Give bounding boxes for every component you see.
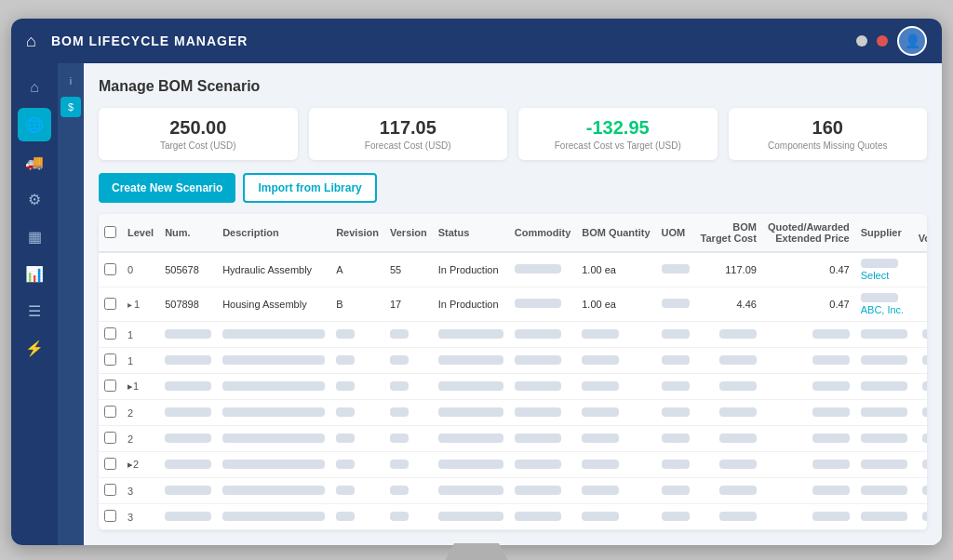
supplier-select-link[interactable]: Select [861,270,890,281]
row-bom-qty [576,348,655,374]
row-peak-volume [913,348,927,374]
row-uom [656,504,695,530]
row-num [159,426,217,452]
supplier-abc-link[interactable]: ABC, Inc. [861,304,904,315]
action-row: Create New Scenario Import from Library [99,173,927,203]
th-commodity: Commodity [509,214,577,252]
row-bom-qty: 1.00 ea [576,287,655,322]
metric-target-cost: 250.00 Target Cost (USD) [99,108,298,160]
avatar[interactable]: 👤 [897,26,927,56]
row-checkbox[interactable] [99,322,122,348]
home-icon[interactable]: ⌂ [26,32,36,51]
row-status [433,478,509,504]
row-num [159,374,217,400]
sidebar-item-home[interactable]: ⌂ [18,71,51,104]
row-checkbox[interactable] [99,426,122,452]
sidebar-item-chart[interactable]: 📊 [18,257,51,290]
row-select-checkbox[interactable] [104,432,116,444]
row-select-checkbox[interactable] [104,458,116,470]
row-supplier-bar: Select [855,252,913,287]
row-quoted-price [762,400,855,426]
row-uom [656,426,695,452]
status-dot-gray [856,35,867,47]
row-num [159,348,217,374]
row-revision [330,452,384,478]
row-level: 3 [122,478,159,504]
row-status: In Production [433,252,509,287]
row-revision: B [330,287,384,322]
table-row: 3 [99,504,927,530]
row-checkbox[interactable] [99,478,122,504]
create-scenario-button[interactable]: Create New Scenario [99,173,235,203]
th-uom: UOM [656,214,695,252]
row-num [159,400,217,426]
row-uom [656,400,695,426]
select-all-checkbox[interactable] [104,226,116,238]
metric-value-missing: 160 [742,117,915,139]
row-status [433,374,509,400]
sidebar-item-settings[interactable]: ⚙ [18,182,51,216]
row-version: 17 [384,287,433,322]
row-checkbox[interactable] [99,374,122,400]
row-select-checkbox[interactable] [104,263,116,275]
row-select-checkbox[interactable] [104,406,116,418]
row-version [384,400,433,426]
sidebar-item-truck[interactable]: 🚚 [18,145,51,179]
row-uom [656,322,695,348]
row-checkbox[interactable] [99,400,122,426]
row-revision: A [330,252,384,287]
row-supplier [855,426,913,452]
row-num [159,452,217,478]
sidebar-item-filter[interactable]: ⚡ [18,331,51,365]
row-uom [656,348,695,374]
row-version [384,504,433,530]
sub-sidebar-info[interactable]: i [60,71,81,91]
row-checkbox[interactable] [99,287,122,322]
sidebar-item-list[interactable]: ☰ [18,294,51,327]
row-select-checkbox[interactable] [104,484,116,496]
row-uom [656,478,695,504]
row-level: 1 [122,348,159,374]
row-version [384,322,433,348]
row-checkbox[interactable] [99,504,122,530]
row-select-checkbox[interactable] [104,510,116,522]
row-select-checkbox[interactable] [104,380,116,392]
row-supplier [855,348,913,374]
metric-label-missing: Components Missing Quotes [742,140,915,151]
row-select-checkbox[interactable] [104,353,116,366]
row-version: 55 [384,252,433,287]
row-level: 0 [122,252,159,287]
row-peak-volume [913,504,927,530]
sidebar-item-globe[interactable]: 🌐 [18,108,51,141]
row-bom-qty [576,504,655,530]
row-status [433,452,509,478]
row-select-checkbox[interactable] [104,327,116,340]
row-level: 1 [122,322,159,348]
sub-sidebar-currency[interactable]: $ [60,97,81,117]
row-description [217,322,330,348]
th-description: Description [217,214,330,252]
page-title: Manage BOM Scenario [99,78,927,95]
expand-icon[interactable]: ▸ [128,300,132,310]
metric-missing-quotes: 160 Components Missing Quotes [729,108,928,160]
metric-label-diff: Forecast Cost vs Target (USD) [531,140,705,151]
bom-table: Level Num. Description Revision Version … [99,214,927,530]
row-peak-volume [913,322,927,348]
status-dot-red [877,35,888,47]
row-level: 2 [122,400,159,426]
row-checkbox[interactable] [99,452,122,478]
row-peak-volume [913,374,927,400]
row-checkbox[interactable] [99,348,122,374]
row-bom-qty [576,478,655,504]
row-bom-qty: 1.00 ea [576,252,655,287]
row-bom-qty [576,452,655,478]
import-library-button[interactable]: Import from Library [243,173,376,203]
metric-value-target: 250.00 [112,117,285,139]
th-revision: Revision [330,214,384,252]
row-checkbox[interactable] [99,252,122,287]
row-select-checkbox[interactable] [104,298,116,310]
row-level: 2 [122,426,159,452]
row-level: ▸2 [122,452,159,478]
metric-label-forecast: Forecast Cost (USD) [322,140,495,151]
sidebar-item-grid[interactable]: ▦ [18,220,51,253]
